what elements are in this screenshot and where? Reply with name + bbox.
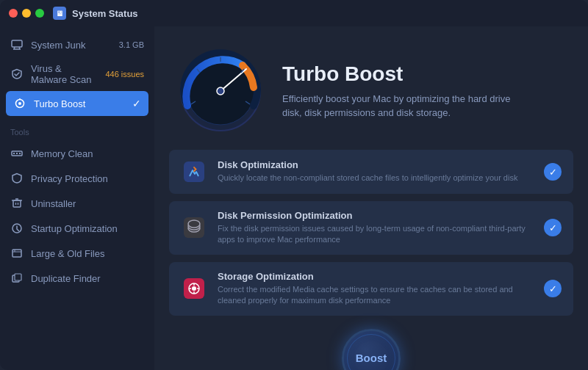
privacy-icon	[10, 172, 24, 185]
maximize-button[interactable]	[35, 9, 44, 18]
feature-disk-optimization: Disk Optimization Quickly locate the non…	[169, 150, 573, 194]
memory-clean-label: Memory Clean	[31, 148, 144, 159]
traffic-lights	[9, 9, 44, 18]
sidebar-item-startup-optimization[interactable]: Startup Optimization	[0, 216, 154, 241]
sidebar-item-memory-clean[interactable]: Memory Clean	[0, 141, 154, 166]
app-title: 🖥 System Status	[53, 7, 138, 20]
uninstaller-icon	[10, 197, 24, 210]
sidebar-item-system-junk[interactable]: System Junk 3.1 GB	[0, 32, 154, 57]
sidebar-nav: System Junk 3.1 GB Virus & Malware Scan …	[0, 26, 154, 297]
sidebar: System Junk 3.1 GB Virus & Malware Scan …	[0, 0, 154, 370]
disk-permission-title: Disk Permission Optimization	[218, 210, 534, 221]
memory-icon	[10, 147, 24, 160]
svg-rect-21	[15, 274, 21, 280]
monitor-icon	[10, 38, 24, 51]
sidebar-item-duplicate-finder[interactable]: Duplicate Finder	[0, 266, 154, 291]
storage-optimization-icon	[181, 275, 207, 302]
duplicate-icon	[10, 272, 24, 285]
app-title-label: System Status	[72, 8, 138, 19]
system-junk-badge: 3.1 GB	[119, 40, 144, 49]
close-button[interactable]	[9, 9, 18, 18]
sidebar-item-privacy-protection[interactable]: Privacy Protection	[0, 166, 154, 191]
features-list: Disk Optimization Quickly locate the non…	[154, 150, 588, 316]
sidebar-item-large-files[interactable]: Large & Old Files	[0, 241, 154, 266]
main-content: Turbo Boost Efficiently boost your Mac b…	[154, 0, 588, 370]
files-icon	[10, 247, 24, 260]
svg-point-35	[188, 220, 200, 228]
disk-optimization-title: Disk Optimization	[218, 159, 534, 170]
app-icon: 🖥	[53, 7, 66, 20]
storage-optimization-text: Storage Optimization Correct the modifie…	[218, 271, 534, 307]
startup-optimization-label: Startup Optimization	[31, 223, 144, 234]
duplicate-finder-label: Duplicate Finder	[31, 273, 144, 284]
svg-point-25	[217, 87, 224, 95]
disk-optimization-check: ✓	[544, 163, 562, 181]
svg-point-5	[18, 102, 21, 105]
svg-rect-10	[19, 153, 21, 154]
turbo-checkmark: ✓	[132, 98, 141, 109]
feature-disk-permission: Disk Permission Optimization Fix the dis…	[169, 201, 573, 255]
disk-optimization-icon	[181, 159, 207, 185]
large-old-files-label: Large & Old Files	[31, 248, 144, 259]
svg-rect-9	[16, 153, 18, 154]
svg-point-38	[192, 286, 196, 291]
svg-rect-11	[13, 200, 21, 207]
hero-text: Turbo Boost Efficiently boost your Mac b…	[282, 62, 517, 120]
disk-permission-icon	[181, 214, 207, 241]
malware-scan-badge: 446 issues	[105, 70, 144, 79]
hero-title: Turbo Boost	[282, 62, 517, 86]
uninstaller-label: Uninstaller	[31, 198, 144, 209]
svg-rect-8	[13, 153, 15, 154]
startup-icon	[10, 222, 24, 235]
sidebar-item-uninstaller[interactable]: Uninstaller	[0, 191, 154, 216]
svg-rect-0	[12, 40, 22, 47]
turbo-icon	[13, 97, 26, 110]
minimize-button[interactable]	[22, 9, 31, 18]
storage-optimization-desc: Correct the modified Media cache setting…	[218, 284, 534, 307]
boost-button[interactable]: Boost	[342, 329, 401, 370]
shield-icon	[10, 68, 24, 81]
feature-storage-optimization: Storage Optimization Correct the modifie…	[169, 262, 573, 316]
titlebar: 🖥 System Status	[0, 0, 588, 26]
privacy-protection-label: Privacy Protection	[31, 173, 144, 184]
gauge	[176, 47, 265, 135]
tools-divider: Tools	[0, 116, 154, 141]
malware-scan-label: Virus & Malware Scan	[31, 63, 98, 85]
hero-section: Turbo Boost Efficiently boost your Mac b…	[154, 26, 588, 150]
sidebar-item-malware-scan[interactable]: Virus & Malware Scan 446 issues	[0, 57, 154, 91]
storage-optimization-check: ✓	[544, 280, 562, 297]
system-junk-label: System Junk	[31, 40, 112, 51]
disk-permission-text: Disk Permission Optimization Fix the dis…	[218, 210, 534, 246]
disk-optimization-text: Disk Optimization Quickly locate the non…	[218, 159, 534, 184]
storage-optimization-title: Storage Optimization	[218, 271, 534, 282]
sidebar-item-turbo-boost[interactable]: Turbo Boost ✓	[6, 91, 148, 116]
turbo-boost-label: Turbo Boost	[34, 98, 125, 109]
hero-description: Efficiently boost your Mac by optimizing…	[282, 92, 517, 120]
disk-optimization-desc: Quickly locate the non-compliant stored …	[218, 173, 534, 184]
boost-area: Boost	[154, 316, 588, 370]
svg-rect-17	[12, 250, 21, 257]
disk-permission-desc: Fix the disk permission issues caused by…	[218, 223, 534, 246]
boost-button-label: Boost	[356, 352, 387, 364]
tools-section-label: Tools	[10, 128, 29, 137]
disk-permission-check: ✓	[544, 219, 562, 236]
